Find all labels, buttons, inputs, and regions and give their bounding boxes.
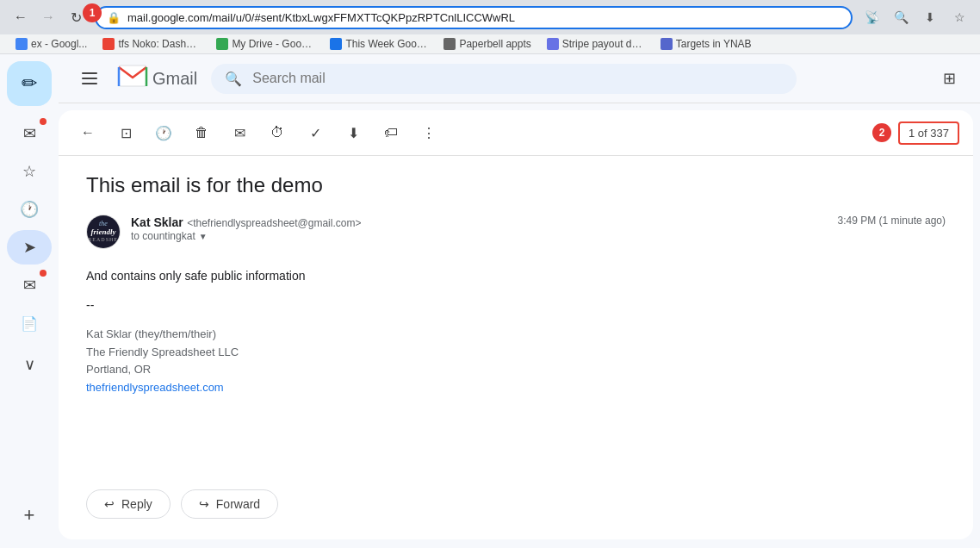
nav-buttons: ← → ↻ [9, 5, 88, 29]
bookmark-favicon-2 [216, 38, 228, 50]
bookmark-item-1[interactable]: tfs Noko: Dashbo... [96, 36, 208, 52]
sig-link[interactable]: thefriendlyspreadsheet.com [86, 381, 224, 394]
cast-button[interactable]: 📡 [859, 5, 884, 29]
header-right: ⊞ [932, 61, 966, 96]
move-button[interactable]: ⬇ [338, 117, 369, 148]
bookmark-item-4[interactable]: Paperbell appts [437, 36, 537, 52]
sig-line2: The Friendly Spreadsheet LLC [86, 344, 946, 362]
filter-icon: ⊞ [943, 69, 956, 88]
star-icon: ☆ [22, 162, 36, 181]
email-content: This email is for the demo the friendly … [59, 156, 973, 476]
mark-unread-button[interactable]: ✉ [224, 117, 255, 148]
chevron-down-icon: ∨ [24, 355, 35, 374]
address-bar-url[interactable]: mail.google.com/mail/u/0/#sent/KtbxLwgxF… [127, 11, 840, 24]
add-icon: + [24, 504, 35, 526]
snooze2-button[interactable]: ⏱ [262, 117, 293, 148]
bookmark-button[interactable]: ☆ [947, 5, 971, 29]
drafts-icon: ✉ [23, 276, 36, 295]
sender-name-row: Kat Sklar <thefriendlyspreadsheet@gmail.… [131, 215, 838, 230]
browser-actions: 📡 🔍 ⬇ ☆ [859, 5, 971, 29]
sender-email: <thefriendlyspreadsheet@gmail.com> [187, 217, 361, 229]
back-to-list-button[interactable]: ← [72, 117, 103, 148]
zoom-button[interactable]: 🔍 [889, 5, 913, 29]
sidebar-add-button[interactable]: + [7, 498, 52, 532]
trash-icon: 🗑 [195, 125, 208, 140]
bookmarks-bar: ex - Googl... tfs Noko: Dashbo... My Dri… [0, 34, 980, 54]
more-dots-icon: ⋮ [422, 125, 436, 141]
download-button[interactable]: ⬇ [918, 5, 942, 29]
back-button[interactable]: ← [9, 5, 33, 29]
label-button[interactable]: 🏷 [375, 117, 406, 148]
email-separator: -- [86, 296, 946, 314]
bookmark-item-6[interactable]: Targets in YNAB [654, 36, 759, 52]
gmail-logo: Gmail [117, 64, 197, 94]
email-meta: the friendly SPREADSHEET Kat Sklar <thef… [86, 215, 946, 249]
bookmark-label-6: Targets in YNAB [676, 38, 752, 50]
sig-line1: Kat Sklar (they/them/their) [86, 326, 946, 344]
search-input[interactable] [252, 71, 783, 86]
more-options-button[interactable]: ⋮ [413, 117, 444, 148]
bookmark-item-3[interactable]: This Week Google... [323, 36, 435, 52]
bookmark-item-0[interactable]: ex - Googl... [9, 36, 94, 52]
svg-rect-0 [119, 65, 146, 86]
bookmark-label-3: This Week Google... [345, 38, 428, 50]
check-icon: ✓ [310, 125, 321, 141]
sender-to[interactable]: to countingkat ▼ [131, 230, 838, 242]
send-icon: ➤ [23, 238, 36, 257]
reply-icon: ↩ [104, 497, 115, 511]
hamburger-button[interactable] [72, 61, 107, 96]
sidebar-item-inbox[interactable]: ✉ [7, 116, 52, 151]
lock-icon: 🔒 [107, 11, 121, 24]
archive-button[interactable]: ⊡ [110, 117, 141, 148]
email-toolbar: ← ⊡ 🕐 🗑 ✉ ⏱ ✓ [59, 110, 973, 156]
sender-name: Kat Sklar [131, 215, 183, 229]
sidebar-item-more[interactable]: 📄 [7, 306, 52, 340]
friendly-logo: the friendly SPREADSHEET [87, 215, 120, 249]
compose-icon: ✏ [22, 72, 37, 95]
reply-button[interactable]: ↩ Reply [86, 489, 171, 519]
sidebar-item-sent[interactable]: ➤ [7, 230, 52, 265]
inbox-badge [40, 118, 47, 125]
drafts-badge [40, 270, 47, 277]
bookmark-label-2: My Drive - Google... [232, 38, 314, 50]
gmail-header: Gmail 🔍 ⊞ [59, 54, 980, 103]
forward-icon: ↪ [199, 497, 209, 511]
forward-button[interactable]: ↪ Forward [181, 489, 278, 519]
sidebar-item-snoozed[interactable]: 🕐 [7, 192, 52, 227]
bookmark-item-5[interactable]: Stripe payout deets [540, 36, 652, 52]
bookmark-label-4: Paperbell appts [459, 38, 530, 50]
bookmark-favicon-4 [443, 38, 456, 50]
search-icon-button[interactable]: 🔍 [225, 71, 242, 87]
snooze-button[interactable]: 🕐 [148, 117, 179, 148]
sender-info: Kat Sklar <thefriendlyspreadsheet@gmail.… [131, 215, 838, 242]
search-bar[interactable]: 🔍 [211, 64, 797, 94]
delete-button[interactable]: 🗑 [186, 117, 217, 148]
to-chevron-icon: ▼ [199, 232, 208, 241]
gmail-text: Gmail [152, 69, 197, 89]
hamburger-line-1 [82, 72, 97, 74]
bookmark-label-0: ex - Googl... [31, 38, 87, 50]
bookmark-label-1: tfs Noko: Dashbo... [118, 38, 201, 50]
to-label: to countingkat [131, 230, 195, 242]
toolbar-right: 2 1 of 337 [872, 121, 959, 145]
task-button[interactable]: ✓ [300, 117, 331, 148]
address-bar-wrapper: 🔒 mail.google.com/mail/u/0/#sent/KtbxLwg… [95, 6, 853, 29]
gmail-m-icon [117, 64, 148, 94]
sidebar-item-drafts[interactable]: ✉ [7, 268, 52, 302]
email-actions: ↩ Reply ↪ Forward [59, 476, 973, 539]
sidebar-item-starred[interactable]: ☆ [7, 154, 52, 189]
filter-button[interactable]: ⊞ [932, 61, 966, 96]
browser-chrome: 1 ← → ↻ 🔒 mail.google.com/mail/u/0/#sent… [0, 0, 980, 54]
hamburger-line-3 [82, 83, 97, 84]
compose-button[interactable]: ✏ [7, 61, 52, 106]
reply-label: Reply [121, 497, 152, 511]
sidebar-chevron-down[interactable]: ∨ [7, 347, 52, 382]
email-time: 3:49 PM (1 minute ago) [838, 215, 946, 227]
bookmark-item-2[interactable]: My Drive - Google... [209, 36, 321, 52]
bookmark-label-5: Stripe payout deets [562, 38, 645, 50]
move-icon: ⬇ [348, 125, 359, 141]
forward-button[interactable]: → [36, 5, 60, 29]
bookmark-favicon-5 [547, 38, 559, 50]
annotation-circle-1: 1 [83, 3, 102, 22]
main-content: Gmail 🔍 ⊞ ← ⊡ [59, 54, 980, 546]
